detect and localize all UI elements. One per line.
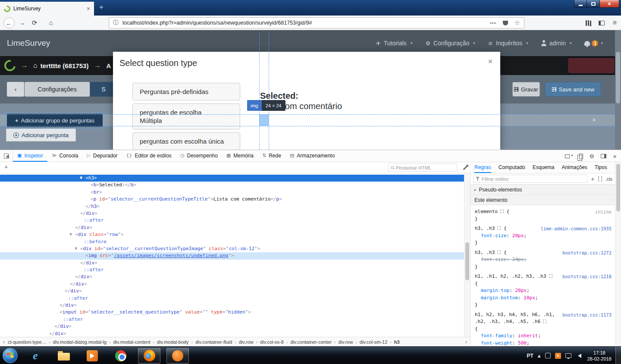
markup-line[interactable]: <p id="selector__currentQuestionTypeTitl…	[0, 196, 470, 203]
stop-survey-button[interactable]	[568, 58, 614, 73]
markup-line[interactable]: ▼<h3>	[0, 175, 470, 182]
eyedropper-icon[interactable]	[463, 166, 467, 170]
css-declaration[interactable]: font-size: 20px;	[475, 232, 612, 240]
css-declaration[interactable]: font-weight: 500;	[475, 340, 612, 347]
markup-line[interactable]: </div>	[0, 330, 470, 337]
add-question-group-button[interactable]: +Adicionar grupo de perguntas	[7, 114, 103, 127]
taskbar-file-explorer[interactable]	[53, 348, 75, 364]
markup-line[interactable]: </div>	[0, 210, 470, 217]
reload-button[interactable]: ⟳	[29, 17, 40, 28]
breadcrumb-item[interactable]: div.row	[338, 339, 353, 345]
nav-item-user[interactable]: admin▾	[541, 40, 572, 47]
forward-button[interactable]: →	[17, 17, 27, 28]
pseudo-class-panel-icon[interactable]	[598, 176, 602, 182]
markup-line[interactable]: </div>	[0, 260, 470, 267]
select-frame-icon[interactable]	[565, 154, 570, 158]
css-declaration[interactable]: font-size: 24px;	[475, 256, 612, 264]
taskbar-internet-explorer[interactable]: e	[24, 348, 47, 364]
selector-highlighter-icon[interactable]	[549, 274, 552, 278]
breadcrumb-item[interactable]: div.col-sm-12	[360, 339, 388, 345]
xampp-tray-icon[interactable]: ×	[555, 353, 561, 359]
menu-icon[interactable]: ≡	[613, 19, 617, 27]
devtools-tab-inspector[interactable]: ▣Inspetor	[13, 150, 47, 162]
devtools-settings-icon[interactable]: ⚙	[590, 154, 595, 159]
rules-scrollbar[interactable]	[615, 162, 621, 347]
show-desktop-button[interactable]	[615, 347, 621, 364]
markup-line[interactable]: </div>	[0, 288, 470, 295]
markup-line[interactable]: ::after	[0, 267, 470, 273]
network-icon[interactable]	[565, 353, 571, 358]
notifications-button[interactable]: 1 ▾	[584, 40, 603, 47]
taskbar-media-player[interactable]	[81, 348, 104, 364]
taskbar-chrome[interactable]	[110, 348, 132, 364]
markup-line[interactable]: ▼<div class="row">	[0, 231, 470, 238]
markup-line[interactable]: ::after	[0, 217, 470, 224]
add-node-button[interactable]: +	[4, 163, 8, 170]
start-button[interactable]	[3, 348, 18, 363]
devtools-close-icon[interactable]: ×	[613, 153, 617, 160]
breadcrumb-item[interactable]: div.modal-content	[113, 339, 150, 345]
collapse-button[interactable]: ‹	[7, 82, 24, 97]
nav-item-tutorials[interactable]: ✈Tutorials▾	[376, 40, 413, 47]
markup-line[interactable]: </h3>	[0, 203, 470, 210]
devtools-tab-network[interactable]: ⇅Rede	[258, 150, 285, 162]
markup-line[interactable]: </div>	[0, 273, 470, 280]
selector-highlighter-icon[interactable]	[543, 320, 546, 323]
save-button[interactable]: Gravar	[512, 82, 540, 97]
markup-line[interactable]: ▼<div id="selector__currentQuestionTypeI…	[0, 245, 470, 252]
devtools-tab-console[interactable]: ≫Consola	[47, 150, 83, 162]
css-declaration[interactable]: margin-top: 20px;	[475, 287, 612, 295]
markup-line[interactable]: <img src="/assets/images/screenshots/und…	[0, 252, 470, 259]
library-icon[interactable]	[586, 20, 587, 26]
language-indicator[interactable]: PT	[527, 353, 533, 359]
filter-input[interactable]	[482, 176, 585, 182]
expand-arrow-icon[interactable]: ▼	[69, 231, 72, 238]
html-search[interactable]	[388, 163, 457, 172]
breadcrumb-item[interactable]: div.modal-body	[157, 339, 189, 345]
markup-line[interactable]: ::after	[0, 316, 470, 323]
pocket-icon[interactable]	[503, 21, 508, 25]
back-button[interactable]: ←	[3, 17, 15, 28]
markup-line[interactable]: ::after	[0, 295, 470, 302]
selector-highlighter-icon[interactable]	[500, 210, 504, 213]
nav-item-surveys[interactable]: ≡Inquéritos▾	[488, 40, 528, 47]
breadcrumb-item[interactable]: div.col-xs-8	[260, 339, 284, 345]
sidebar-tab-2[interactable]: Computado	[499, 162, 525, 173]
breadcrumb-item[interactable]: div.row	[239, 339, 254, 345]
url-bar[interactable]: ⓘ localhost/index.php?r=admin/questions/…	[109, 17, 524, 28]
site-info-icon[interactable]: ⓘ	[113, 19, 119, 27]
breadcrumb-scroll-right-icon[interactable]: ›	[462, 339, 470, 345]
markup-line[interactable]: </div>	[0, 281, 470, 288]
taskbar-xampp[interactable]	[166, 348, 189, 364]
page-scrollbar[interactable]	[615, 30, 621, 150]
markup-line[interactable]: </div>	[0, 224, 470, 231]
home-button[interactable]: ⌂	[46, 17, 56, 28]
sidebar-tab-3[interactable]: Esquema	[533, 162, 555, 173]
settings-tab[interactable]: Configurações	[25, 82, 90, 97]
css-declaration[interactable]: font-family: inherit;	[475, 333, 612, 340]
tray-expand-icon[interactable]: ▲	[538, 354, 541, 358]
markup-line[interactable]: <input id="selector__selected_questionty…	[0, 309, 470, 316]
add-rule-button[interactable]: +	[591, 176, 594, 182]
breadcrumb-scroll-left-icon[interactable]: ‹	[0, 339, 8, 345]
sidebar-tab-1[interactable]: Regras	[474, 162, 491, 173]
devtools-tab-storage[interactable]: ▤Armazenamento	[285, 150, 339, 162]
markup-line[interactable]: </div>	[0, 323, 470, 330]
question-type-button-2[interactable]: perguntas de escolha Múltipla	[132, 104, 240, 129]
survey-breadcrumb[interactable]: tertttte (681753)	[41, 62, 89, 69]
rule-source-link[interactable]: bootstrap.css:1218	[562, 273, 612, 280]
scrollbar-thumb[interactable]	[616, 164, 620, 211]
taskbar-firefox[interactable]	[138, 348, 160, 364]
expand-arrow-icon[interactable]: ▼	[75, 245, 77, 252]
tray-icon[interactable]	[545, 353, 551, 358]
css-declaration[interactable]: margin-bottom: 10px;	[475, 295, 612, 302]
save-and-new-button[interactable]: Save and new	[545, 82, 601, 97]
class-panel-toggle[interactable]: .cls	[605, 176, 613, 182]
page-actions-icon[interactable]: •••	[490, 20, 496, 25]
dismiss-icon[interactable]: ×	[592, 116, 596, 123]
responsive-mode-icon[interactable]	[579, 154, 583, 159]
bookmark-star-icon[interactable]: ☆	[514, 19, 520, 27]
breadcrumb-item[interactable]: div.modal-dialog.modal-lg	[53, 339, 107, 345]
breadcrumb-item[interactable]: ct-question-type…	[8, 339, 46, 345]
volume-icon[interactable]	[576, 354, 581, 358]
